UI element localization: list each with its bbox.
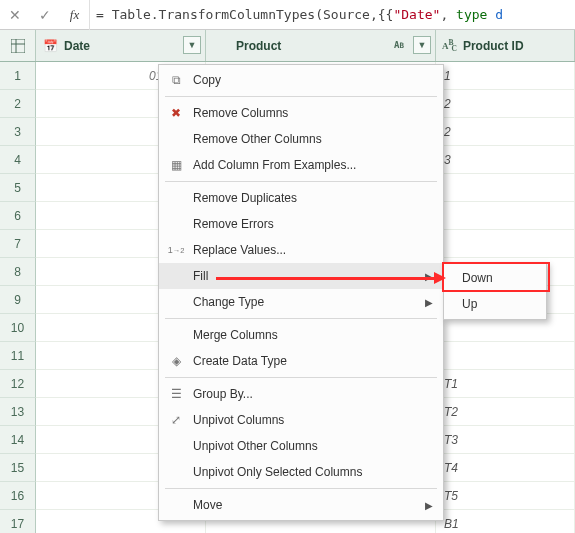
cell-product-id[interactable]: T5 <box>436 482 575 509</box>
row-header[interactable]: 6 <box>0 202 36 230</box>
submenu-up[interactable]: Up <box>444 291 546 317</box>
cell-product-id[interactable] <box>436 174 575 201</box>
menu-change-type[interactable]: Change Type ▶ <box>159 289 443 315</box>
submenu-arrow-icon: ▶ <box>425 500 433 511</box>
row-header[interactable]: 17 <box>0 510 36 533</box>
cell-product-id[interactable] <box>436 230 575 257</box>
column-context-menu: ⧉ Copy ✖ Remove Columns Remove Other Col… <box>158 64 444 521</box>
menu-remove-duplicates[interactable]: Remove Duplicates <box>159 185 443 211</box>
cell-product-id[interactable]: 2 <box>436 90 575 117</box>
row-header[interactable]: 3 <box>0 118 36 146</box>
column-header-product[interactable]: AB Product ▼ <box>206 30 436 61</box>
menu-copy[interactable]: ⧉ Copy <box>159 67 443 93</box>
row-header[interactable]: 5 <box>0 174 36 202</box>
column-label: Product <box>236 39 281 53</box>
replace-icon: 1→2 <box>167 241 185 259</box>
cell-product-id[interactable]: B1 <box>436 510 575 533</box>
column-header-row: 📅 Date ▼ AB Product ▼ ABC Product ID <box>0 30 575 62</box>
menu-separator <box>165 377 437 378</box>
row-header[interactable]: 15 <box>0 454 36 482</box>
row-header[interactable]: 13 <box>0 398 36 426</box>
menu-remove-errors[interactable]: Remove Errors <box>159 211 443 237</box>
text-type-icon: ABC <box>442 38 459 54</box>
add-column-icon: ▦ <box>167 156 185 174</box>
group-icon: ☰ <box>167 385 185 403</box>
row-header[interactable]: 7 <box>0 230 36 258</box>
menu-unpivot-columns[interactable]: ⤢ Unpivot Columns <box>159 407 443 433</box>
row-header[interactable]: 2 <box>0 90 36 118</box>
cell-product-id[interactable] <box>436 342 575 369</box>
formula-bar: ✕ ✓ fx = Table.TransformColumnTypes(Sour… <box>0 0 575 30</box>
datatype-icon: ◈ <box>167 352 185 370</box>
menu-create-data-type[interactable]: ◈ Create Data Type <box>159 348 443 374</box>
cell-product-id[interactable]: T1 <box>436 370 575 397</box>
formula-input[interactable]: = Table.TransformColumnTypes(Source,{{"D… <box>96 7 575 22</box>
menu-unpivot-other-columns[interactable]: Unpivot Other Columns <box>159 433 443 459</box>
menu-remove-columns[interactable]: ✖ Remove Columns <box>159 100 443 126</box>
submenu-down[interactable]: Down <box>444 265 546 291</box>
table-icon[interactable] <box>0 30 36 61</box>
column-label: Date <box>64 39 90 53</box>
row-header[interactable]: 10 <box>0 314 36 342</box>
menu-move[interactable]: Move ▶ <box>159 492 443 518</box>
cancel-icon[interactable]: ✕ <box>0 0 30 30</box>
column-filter-dropdown[interactable]: ▼ <box>413 36 431 54</box>
remove-icon: ✖ <box>167 104 185 122</box>
cell-product-id[interactable] <box>436 202 575 229</box>
row-header[interactable]: 9 <box>0 286 36 314</box>
row-header[interactable]: 11 <box>0 342 36 370</box>
menu-separator <box>165 96 437 97</box>
annotation-arrow <box>216 277 444 280</box>
submenu-arrow-icon: ▶ <box>425 297 433 308</box>
calendar-icon: 📅 <box>42 38 58 54</box>
row-header[interactable]: 14 <box>0 426 36 454</box>
cell-product-id[interactable]: 2 <box>436 118 575 145</box>
column-header-date[interactable]: 📅 Date ▼ <box>36 30 206 61</box>
column-label: Product ID <box>463 39 524 53</box>
cell-product-id[interactable]: T4 <box>436 454 575 481</box>
fx-label[interactable]: fx <box>60 0 90 30</box>
row-header[interactable]: 1 <box>0 62 36 90</box>
menu-add-column-from-examples[interactable]: ▦ Add Column From Examples... <box>159 152 443 178</box>
column-header-product-id[interactable]: ABC Product ID <box>436 30 575 61</box>
menu-fill[interactable]: Fill ▶ <box>159 263 443 289</box>
row-header[interactable]: 12 <box>0 370 36 398</box>
cell-product-id[interactable]: T2 <box>436 398 575 425</box>
commit-icon[interactable]: ✓ <box>30 0 60 30</box>
menu-separator <box>165 488 437 489</box>
row-header[interactable]: 4 <box>0 146 36 174</box>
menu-separator <box>165 318 437 319</box>
cell-product-id[interactable]: 3 <box>436 146 575 173</box>
menu-unpivot-selected-columns[interactable]: Unpivot Only Selected Columns <box>159 459 443 485</box>
menu-replace-values[interactable]: 1→2 Replace Values... <box>159 237 443 263</box>
svg-rect-0 <box>11 39 25 53</box>
unpivot-icon: ⤢ <box>167 411 185 429</box>
cell-product-id[interactable]: 1 <box>436 62 575 89</box>
text-type-icon: AB <box>389 36 409 54</box>
menu-merge-columns[interactable]: Merge Columns <box>159 322 443 348</box>
row-header[interactable]: 16 <box>0 482 36 510</box>
fill-submenu: Down Up <box>443 262 547 320</box>
copy-icon: ⧉ <box>167 71 185 89</box>
column-filter-dropdown[interactable]: ▼ <box>183 36 201 54</box>
menu-separator <box>165 181 437 182</box>
menu-group-by[interactable]: ☰ Group By... <box>159 381 443 407</box>
menu-remove-other-columns[interactable]: Remove Other Columns <box>159 126 443 152</box>
cell-product-id[interactable]: T3 <box>436 426 575 453</box>
row-header[interactable]: 8 <box>0 258 36 286</box>
